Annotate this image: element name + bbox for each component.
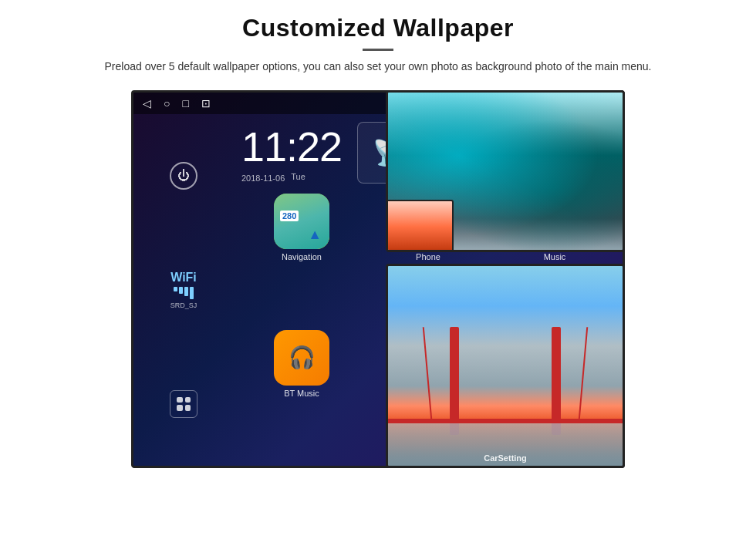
bt-music-label: BT Music [284, 389, 319, 398]
wallpaper-bottom-inner: CarSetting [388, 266, 623, 466]
grid-dot-2 [185, 397, 191, 403]
bridge-cable-left [423, 327, 432, 419]
clock-date-row: 2018-11-06 Tue [241, 170, 342, 183]
page-header: Customized Wallpaper Preload over 5 defa… [0, 0, 756, 83]
grid-dot-1 [177, 397, 183, 403]
clock-time: 11:22 [241, 123, 342, 170]
navigation-label: Navigation [282, 252, 322, 261]
power-button[interactable]: ⏻ [170, 162, 197, 190]
wifi-bar-1 [174, 287, 177, 291]
back-icon[interactable]: ◁ [143, 97, 151, 109]
screenshot-wrapper: ◁ ○ □ ⊡ ♦ ▼ 11:22 ⏻ WiFi [131, 90, 625, 468]
clock-day: Tue [291, 172, 305, 181]
carsetting-label: CarSetting [388, 453, 623, 463]
grid-dot-4 [185, 405, 191, 411]
wallpaper-previews: CarSetting [386, 90, 625, 468]
wifi-ssid: SRD_SJ [170, 302, 197, 309]
wifi-label: WiFi [170, 271, 197, 285]
clock-block: 11:22 2018-11-06 Tue [241, 123, 342, 183]
wifi-bar-2 [179, 287, 183, 294]
wallpaper-bottom: CarSetting [386, 264, 625, 468]
app-bt-music[interactable]: 🎧 BT Music [241, 330, 362, 460]
bridge-cable-right [579, 327, 588, 419]
grid-dot-3 [177, 405, 183, 411]
status-bar-left: ◁ ○ □ ⊡ [143, 97, 211, 109]
navigation-icon [274, 194, 329, 249]
screenshot-icon: ⊡ [201, 97, 211, 109]
header-description: Preload over 5 default wallpaper options… [62, 59, 694, 75]
page-title: Customized Wallpaper [62, 14, 694, 42]
left-sidebar: ⏻ WiFi SRD_SJ [133, 114, 234, 466]
wifi-widget: WiFi SRD_SJ [170, 271, 197, 309]
home-icon[interactable]: ○ [164, 97, 170, 109]
wifi-bar-3 [184, 287, 188, 296]
header-divider [363, 49, 393, 51]
wifi-bar-4 [190, 287, 194, 299]
recents-icon[interactable]: □ [182, 97, 188, 109]
all-apps-button[interactable] [170, 390, 197, 418]
nav-map [274, 194, 329, 249]
clock-date: 2018-11-06 [241, 173, 285, 183]
bluetooth-icon: 🎧 [289, 345, 316, 370]
app-navigation[interactable]: Navigation [241, 194, 362, 324]
bt-music-icon: 🎧 [274, 330, 329, 386]
apps-grid-icon [177, 397, 191, 411]
wallpaper-top [386, 90, 625, 252]
wallpaper-small-overlay [386, 200, 454, 252]
wifi-bars [170, 287, 197, 299]
